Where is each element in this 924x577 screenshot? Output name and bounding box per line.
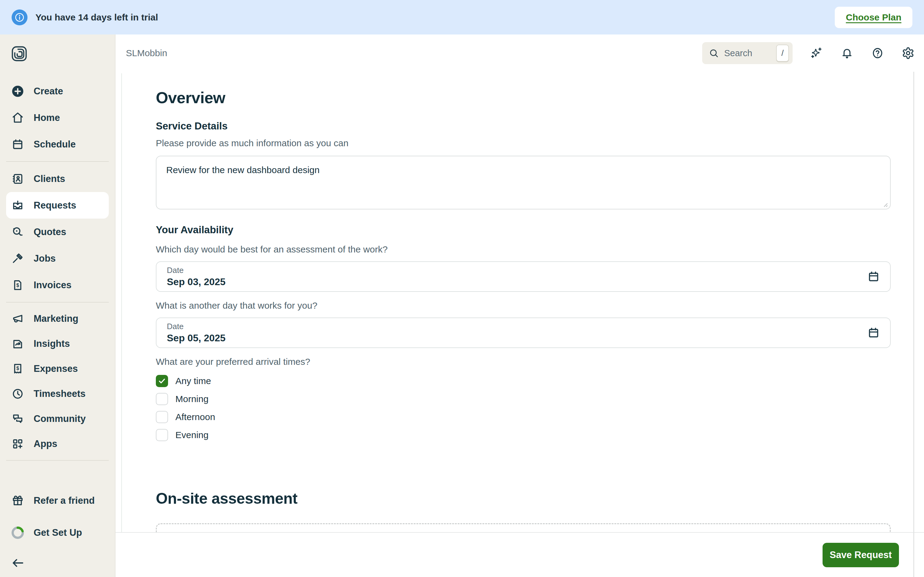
sidebar-item-label: Timesheets xyxy=(34,388,86,399)
invoice-icon: $ xyxy=(11,279,24,292)
request-form: Overview Service Details Please provide … xyxy=(115,72,924,532)
sidebar-item-schedule[interactable]: Schedule xyxy=(6,131,109,158)
checkbox[interactable] xyxy=(156,411,168,423)
search-placeholder: Search xyxy=(724,48,752,58)
sidebar-item-label: Quotes xyxy=(34,227,66,237)
sidebar-item-label: Expenses xyxy=(34,363,78,374)
arrival-time-options: Any time Morning Afternoon xyxy=(156,372,891,444)
info-icon xyxy=(11,10,27,25)
sidebar-item-apps[interactable]: Apps xyxy=(6,431,109,456)
sidebar-item-insights[interactable]: Insights xyxy=(6,331,109,356)
date-label: Date xyxy=(167,266,226,275)
app-logo[interactable] xyxy=(11,45,115,62)
sidebar-item-home[interactable]: Home xyxy=(6,105,109,131)
checkbox[interactable] xyxy=(156,375,168,387)
sidebar-item-label: Marketing xyxy=(34,313,78,324)
collapse-sidebar-button[interactable] xyxy=(11,557,26,569)
resize-handle-icon[interactable] xyxy=(882,201,888,208)
help-button[interactable] xyxy=(871,47,884,60)
sidebar-item-label: Create xyxy=(34,86,63,97)
check-icon xyxy=(158,377,166,385)
sidebar-item-refer-a-friend[interactable]: Refer a friend xyxy=(6,487,109,514)
sidebar: Create Home Schedule Clients xyxy=(0,34,115,577)
onsite-assessment-heading: On-site assessment xyxy=(156,490,891,508)
sidebar-item-invoices[interactable]: $ Invoices xyxy=(6,272,109,298)
chat-bubbles-icon xyxy=(11,412,24,425)
option-label: Afternoon xyxy=(175,412,215,422)
sidebar-item-get-set-up[interactable]: Get Set Up xyxy=(6,519,109,546)
sparkles-icon xyxy=(810,47,823,60)
sidebar-item-timesheets[interactable]: Timesheets xyxy=(6,381,109,406)
sidebar-item-expenses[interactable]: $ Expenses xyxy=(6,356,109,381)
form-footer: Save Request xyxy=(115,532,924,577)
onsite-assessment-dropzone[interactable] xyxy=(156,523,891,532)
service-details-heading: Service Details xyxy=(156,120,891,132)
sidebar-divider xyxy=(6,302,109,303)
notifications-button[interactable] xyxy=(840,47,854,60)
topbar: SLMobbin Search / xyxy=(115,34,924,72)
svg-text:$: $ xyxy=(16,283,19,288)
address-book-icon xyxy=(11,172,24,185)
sidebar-item-marketing[interactable]: Marketing xyxy=(6,306,109,331)
option-any-time[interactable]: Any time xyxy=(156,372,891,390)
sidebar-item-clients[interactable]: Clients xyxy=(6,166,109,192)
choose-plan-button[interactable]: Choose Plan xyxy=(835,7,913,28)
search-input[interactable]: Search / xyxy=(702,42,793,64)
sidebar-item-label: Jobs xyxy=(34,253,56,264)
sidebar-item-label: Get Set Up xyxy=(34,527,82,538)
ai-assistant-button[interactable] xyxy=(810,47,823,60)
option-label: Morning xyxy=(175,394,208,404)
sidebar-item-jobs[interactable]: Jobs xyxy=(6,245,109,272)
gear-icon xyxy=(902,47,914,60)
search-icon xyxy=(709,48,719,58)
sidebar-item-quotes[interactable]: Quotes xyxy=(6,219,109,245)
availability-question-2: What is another day that works for you? xyxy=(156,300,891,311)
hammer-icon xyxy=(11,252,24,265)
sidebar-divider xyxy=(6,161,109,162)
trial-banner-text: You have 14 days left in trial xyxy=(36,12,158,23)
megaphone-icon xyxy=(11,312,24,326)
sidebar-item-label: Refer a friend xyxy=(34,495,95,506)
availability-question-3: What are your preferred arrival times? xyxy=(156,356,891,367)
sidebar-item-community[interactable]: Community xyxy=(6,406,109,431)
calendar-icon[interactable] xyxy=(867,271,880,283)
calendar-icon[interactable] xyxy=(867,327,880,339)
save-request-button[interactable]: Save Request xyxy=(822,543,899,567)
option-morning[interactable]: Morning xyxy=(156,390,891,408)
sidebar-divider xyxy=(6,460,109,461)
date-label: Date xyxy=(167,322,226,331)
settings-button[interactable] xyxy=(901,47,915,60)
checkbox[interactable] xyxy=(156,429,168,441)
service-details-hint: Please provide as much information as yo… xyxy=(156,138,891,148)
svg-text:$: $ xyxy=(16,366,19,371)
sidebar-item-label: Schedule xyxy=(34,139,76,150)
chart-doc-icon xyxy=(11,337,24,350)
checkbox[interactable] xyxy=(156,393,168,405)
availability-question-1: Which day would be best for an assessmen… xyxy=(156,244,891,255)
gift-icon xyxy=(11,494,24,508)
sidebar-nav: Create Home Schedule Clients xyxy=(0,78,115,464)
service-details-input[interactable] xyxy=(156,156,891,210)
option-afternoon[interactable]: Afternoon xyxy=(156,408,891,426)
grid-plus-icon xyxy=(11,437,24,451)
breadcrumb: SLMobbin xyxy=(126,48,167,58)
sidebar-item-label: Home xyxy=(34,112,60,123)
date-field-2[interactable]: Date Sep 05, 2025 xyxy=(156,318,891,348)
help-icon xyxy=(871,47,884,59)
sidebar-item-label: Clients xyxy=(34,173,65,184)
option-label: Any time xyxy=(175,376,211,386)
sidebar-item-label: Apps xyxy=(34,438,57,450)
date-field-1[interactable]: Date Sep 03, 2025 xyxy=(156,261,891,292)
page-title: Overview xyxy=(156,89,891,107)
sidebar-item-create[interactable]: Create xyxy=(6,78,109,105)
option-evening[interactable]: Evening xyxy=(156,426,891,444)
sidebar-item-requests[interactable]: Requests xyxy=(6,192,109,219)
date-value: Sep 05, 2025 xyxy=(167,332,226,344)
trial-banner: You have 14 days left in trial Choose Pl… xyxy=(0,0,924,34)
bell-icon xyxy=(841,47,853,59)
home-icon xyxy=(11,111,24,124)
search-shortcut-key: / xyxy=(776,45,789,62)
sidebar-item-label: Requests xyxy=(34,200,76,211)
date-value: Sep 03, 2025 xyxy=(167,276,226,288)
plus-circle-icon xyxy=(11,85,24,98)
